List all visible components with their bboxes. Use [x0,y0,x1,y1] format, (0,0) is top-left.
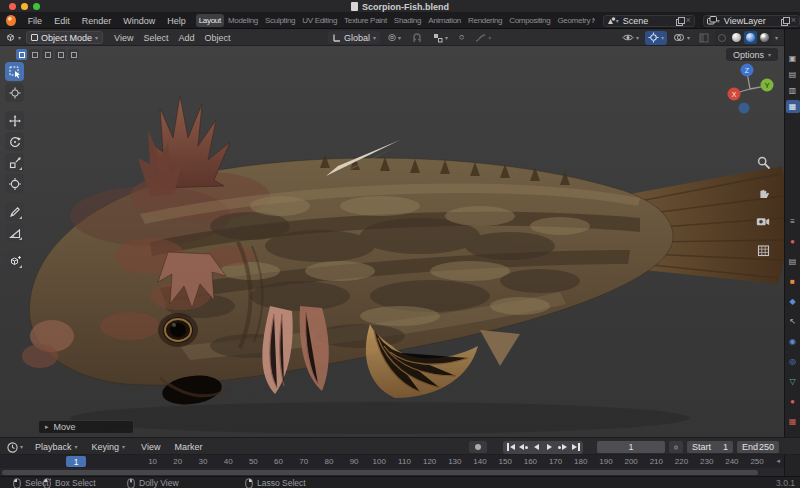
viewport-menu-item[interactable]: View [109,33,138,43]
select-mode-invert[interactable] [55,49,66,60]
menubar-item[interactable]: Edit [48,16,76,26]
zoom-icon[interactable] [757,156,770,169]
jump-to-start-button[interactable] [504,442,517,453]
tool-add-cube[interactable] [5,251,24,270]
overlays-dropdown[interactable]: ▾ [670,31,693,45]
zoom-window-button[interactable] [33,3,40,10]
menubar-item[interactable]: File [22,16,49,26]
timeline-menu[interactable]: Playback▾ [28,442,85,452]
properties-tab[interactable]: ▦ [786,415,800,428]
auto-keying-button[interactable] [469,441,487,453]
properties-tab[interactable]: ● [786,235,800,248]
pivot-point-dropdown[interactable]: ◎ ▾ [385,31,404,45]
tool-rotate[interactable] [5,132,24,151]
workspace-tab[interactable]: Rendering [465,14,505,27]
properties-tab[interactable]: ▤ [786,68,800,81]
viewlayer-selector[interactable]: ▾ ViewLayer × [703,15,800,27]
previous-keyframe-button[interactable] [517,442,530,453]
properties-tab[interactable]: ▥ [786,84,800,97]
3d-viewport[interactable]: Options ▾ Z X Y ▸ Move [0,46,784,437]
scorpion-fish-model[interactable] [0,46,784,437]
workspace-tab[interactable]: Layout [196,14,224,27]
properties-tab[interactable]: ● [786,395,800,408]
properties-tab[interactable]: ▽ [786,375,800,388]
properties-tab[interactable]: ◆ [786,295,800,308]
workspace-tab[interactable]: Modeling [225,14,261,27]
workspace-tab[interactable]: Shading [391,14,424,27]
horizontal-scrollbar[interactable] [2,470,758,475]
transform-orientation-dropdown[interactable]: Global ▾ [328,31,380,44]
viewport-menu-item[interactable]: Select [138,33,173,43]
select-mode-subtract[interactable] [42,49,53,60]
properties-tab[interactable]: ■ [786,275,800,288]
timeline-menu[interactable]: Keying▾ [85,442,133,452]
snap-settings-dropdown[interactable]: ▾ [430,31,451,45]
tool-transform[interactable] [5,174,24,193]
blender-logo-icon[interactable] [6,15,16,26]
properties-tab[interactable]: ↖ [786,315,800,328]
workspace-tab[interactable]: UV Editing [299,14,340,27]
new-viewlayer-icon[interactable] [781,17,788,24]
new-scene-icon[interactable] [676,17,683,24]
properties-tab[interactable]: ▦ [786,100,800,113]
minimize-window-button[interactable] [21,3,28,10]
editor-type-button[interactable]: ▾ [2,31,24,45]
remove-viewlayer-icon[interactable]: × [791,16,796,25]
workspace-tab[interactable]: Animation [425,14,464,27]
select-mode-extend[interactable] [29,49,40,60]
timeline-menu[interactable]: Marker [167,442,209,452]
proportional-editing-toggle[interactable]: ○ [456,31,467,45]
viewport-menu-item[interactable]: Add [173,33,199,43]
menubar-item[interactable]: Window [117,16,161,26]
frame-end-field[interactable]: End 250 [737,441,779,453]
close-window-button[interactable] [9,3,16,10]
frame-start-field[interactable]: Start 1 [687,441,733,453]
navigation-gizmo[interactable]: Z X Y [726,60,776,116]
playhead-frame-indicator[interactable]: 1 [66,456,86,467]
gizmo-toggle-dropdown[interactable]: ▾ [645,31,667,45]
snap-toggle[interactable] [409,31,425,45]
preview-range-button[interactable] [669,441,683,453]
next-keyframe-button[interactable] [556,442,569,453]
select-mode-intersect[interactable] [68,49,79,60]
proportional-falloff-dropdown[interactable]: ▾ [472,31,494,45]
properties-tab[interactable]: ≡ [786,215,800,228]
select-mode-set[interactable] [16,49,27,60]
orthographic-toggle-icon[interactable] [757,244,770,257]
shading-rendered-button[interactable] [758,31,771,44]
tool-select-box[interactable] [5,62,24,81]
xray-toggle[interactable] [696,31,712,45]
pan-hand-icon[interactable] [757,186,770,199]
menubar-item[interactable]: Help [161,16,192,26]
play-button[interactable] [543,442,556,453]
menubar-item[interactable]: Render [76,16,118,26]
properties-tab[interactable]: ◉ [786,335,800,348]
unlink-scene-icon[interactable]: × [686,16,691,25]
shading-solid-button[interactable] [730,31,743,44]
properties-tab[interactable]: ▤ [786,255,800,268]
tool-annotate[interactable] [5,202,24,221]
mode-dropdown[interactable]: Object Mode ▾ [26,31,103,44]
properties-tab[interactable]: ▣ [786,52,800,65]
properties-tab[interactable]: ◎ [786,355,800,368]
play-reverse-button[interactable] [530,442,543,453]
timeline-editor-type-button[interactable]: ▾ [4,440,26,454]
scroll-left-icon[interactable]: ◂ [776,457,780,465]
current-frame-field[interactable]: 1 [597,441,665,453]
workspace-tab[interactable]: Geometry Nodes [554,14,594,27]
timeline-menu[interactable]: View [134,442,167,452]
viewport-menu-item[interactable]: Object [199,33,235,43]
workspace-tab[interactable]: Texture Paint [341,14,390,27]
tool-measure[interactable] [5,223,24,242]
tool-scale[interactable] [5,153,24,172]
workspace-tab[interactable]: Sculpting [262,14,298,27]
camera-view-icon[interactable] [756,216,770,227]
shading-wireframe-button[interactable] [716,31,729,44]
tool-move[interactable] [5,111,24,130]
object-visibility-dropdown[interactable]: ▾ [619,31,642,45]
scene-selector[interactable]: ▾ Scene × [603,15,695,27]
shading-material-button[interactable] [744,31,757,44]
jump-to-end-button[interactable] [569,442,582,453]
last-operator-panel[interactable]: ▸ Move [38,420,134,434]
timeline-ruler[interactable]: 1 10203040506070809010011012013014015016… [0,455,784,468]
